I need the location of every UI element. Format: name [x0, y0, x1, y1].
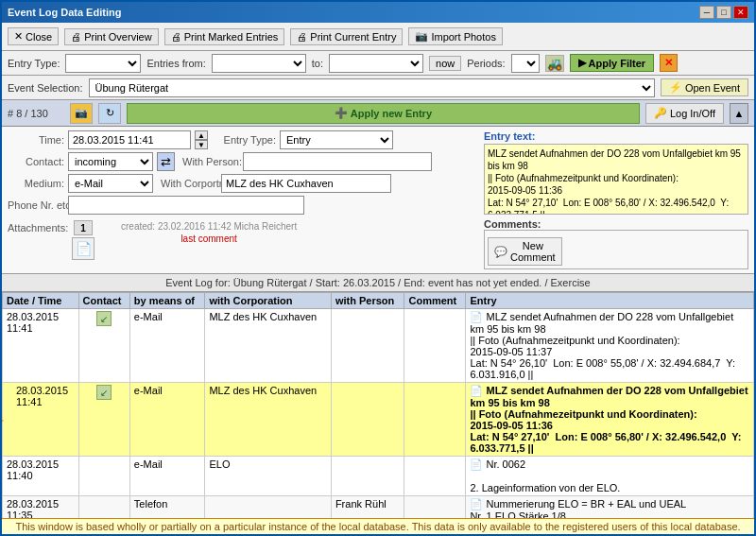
apply-filter-button[interactable]: ▶ Apply Filter: [570, 54, 655, 72]
table-row[interactable]: 28.03.2015 11:41↙e-MailMLZ des HK Cuxhav…: [3, 309, 754, 383]
clear-icon: ✕: [664, 57, 673, 68]
comments-section: Comments: 💬 New Comment: [484, 218, 748, 269]
open-event-button[interactable]: ⚡ Open Event: [661, 78, 748, 96]
apply-new-entry-button[interactable]: ➕ Apply new Entry: [127, 103, 640, 124]
table-row[interactable]: 28.03.2015 11:40e-MailELO📄 Nr. 0062 2. L…: [3, 457, 754, 496]
contact-incoming-icon[interactable]: ↙: [96, 311, 112, 326]
close-icon: ✕: [14, 30, 23, 43]
cell-person: [331, 457, 404, 496]
entry-counter: # 8 / 130: [8, 108, 64, 119]
cell-comment: [404, 457, 466, 496]
plus-icon: ➕: [335, 107, 348, 119]
time-row: Time: ▲ ▼ Entry Type: Entry: [8, 130, 476, 149]
cell-means: e-Mail: [129, 383, 205, 457]
cell-person: [331, 309, 404, 383]
entry-text-display: MLZ sendet Aufnahmen der DO 228 vom Unfa…: [484, 144, 748, 215]
cell-entry: 📄 Nummerierung ELO = BR + EAL und UEAL N…: [466, 496, 754, 519]
table-row[interactable]: 28.03.2015 11:35TelefonFrank Rühl📄 Numme…: [3, 496, 754, 519]
with-person-label: With Person:: [182, 156, 239, 167]
entry-type-form-label: Entry Type:: [219, 134, 276, 146]
entry-type-form-select[interactable]: Entry: [280, 130, 393, 149]
time-input[interactable]: [68, 130, 191, 149]
cell-contact: ↙: [78, 383, 129, 457]
time-down-button[interactable]: ▼: [195, 140, 208, 149]
maximize-button[interactable]: □: [716, 6, 731, 19]
import-photos-button[interactable]: 📷 Import Photos: [408, 27, 502, 45]
print-marked-button[interactable]: 🖨 Print Marked Entries: [164, 28, 285, 45]
now-button[interactable]: now: [429, 56, 461, 71]
event-selection-select[interactable]: Übung Rütergat: [89, 78, 655, 97]
print-current-button[interactable]: 🖨 Print Current Entry: [290, 28, 403, 45]
close-window-button[interactable]: ✕: [733, 6, 748, 19]
print-icon: 🖨: [71, 31, 81, 43]
table-row[interactable]: ▶28.03.201511:41↙e-MailMLZ des HK Cuxhav…: [3, 383, 754, 457]
log-header: Event Log for: Übung Rütergat / Start: 2…: [2, 274, 754, 292]
contact-select[interactable]: incoming: [68, 152, 153, 171]
expand-button[interactable]: ▲: [730, 103, 748, 124]
cell-means: e-Mail: [129, 457, 205, 496]
form-right-panel: Entry text: MLZ sendet Aufnahmen der DO …: [484, 130, 748, 269]
cell-comment: [404, 383, 466, 457]
with-person-input[interactable]: [243, 152, 432, 171]
cell-datetime: ▶28.03.201511:41: [3, 383, 79, 457]
prev-entry-button[interactable]: 📷: [70, 103, 93, 124]
col-datetime: Date / Time: [3, 293, 79, 309]
print-overview-button[interactable]: 🖨 Print Overview: [64, 28, 159, 45]
main-window: Event Log Data Editing ─ □ ✕ ✕ Close 🖨 P…: [0, 0, 756, 536]
phone-input[interactable]: [68, 196, 304, 215]
cell-means: e-Mail: [129, 309, 205, 383]
time-up-button[interactable]: ▲: [195, 130, 208, 140]
entries-from-label: Entries from:: [146, 58, 205, 69]
col-means: by means of: [129, 293, 205, 309]
print-marked-icon: 🖨: [171, 31, 181, 43]
medium-select[interactable]: e-Mail: [68, 174, 153, 193]
cell-corporation: ELO: [205, 457, 331, 496]
title-bar: Event Log Data Editing ─ □ ✕: [2, 2, 754, 23]
with-corp-input[interactable]: [221, 174, 391, 193]
status-bar: This window is based wholly or partially…: [2, 518, 754, 534]
entry-type-filter-select[interactable]: [65, 54, 141, 73]
comment-icon: 💬: [494, 246, 507, 258]
attachment-icon[interactable]: 📄: [72, 237, 94, 260]
entry-navigation: # 8 / 130 📷 ↻ ➕ Apply new Entry 🔑 Log In…: [2, 100, 754, 127]
col-corporation: with Corporation: [205, 293, 331, 309]
refresh-button[interactable]: ↻: [98, 103, 121, 124]
periods-select[interactable]: [511, 54, 540, 73]
comments-label: Comments:: [484, 218, 748, 230]
col-entry: Entry: [466, 293, 754, 309]
close-button[interactable]: ✕ Close: [8, 27, 59, 45]
attachments-label: Attachments:: [8, 220, 64, 233]
table-header-row: Date / Time Contact by means of with Cor…: [3, 293, 754, 309]
cell-comment: [404, 309, 466, 383]
minimize-button[interactable]: ─: [699, 6, 714, 19]
cell-contact: [78, 457, 129, 496]
log-table-container[interactable]: Date / Time Contact by means of with Cor…: [2, 292, 754, 518]
swap-contact-button[interactable]: ⇄: [157, 152, 175, 171]
cell-corporation: [205, 496, 331, 519]
clear-filter-button[interactable]: ✕: [660, 54, 678, 72]
entry-doc-icon: 📄: [470, 498, 486, 510]
cell-comment: [404, 496, 466, 519]
new-comment-button[interactable]: 💬 New Comment: [488, 237, 562, 266]
filter-icon: ▶: [578, 57, 586, 69]
cell-person: Frank Rühl: [331, 496, 404, 519]
login-icon: 🔑: [654, 107, 667, 119]
to-label: to:: [312, 58, 323, 69]
cell-entry: 📄 MLZ sendet Aufnahmen der DO 228 vom Un…: [466, 309, 754, 383]
time-label: Time:: [8, 134, 64, 146]
window-title: Event Log Data Editing: [8, 7, 121, 18]
medium-label: Medium:: [8, 178, 64, 189]
cell-means: Telefon: [129, 496, 205, 519]
tractor-icon: 🚜: [545, 55, 564, 72]
event-selection-label: Event Selection:: [8, 82, 83, 94]
entry-form: Time: ▲ ▼ Entry Type: Entry Contact: inc…: [2, 127, 754, 274]
col-contact: Contact: [78, 293, 129, 309]
login-button[interactable]: 🔑 Log In/Off: [645, 103, 724, 124]
entry-text-label: Entry text:: [484, 130, 748, 142]
event-selection-row: Event Selection: Übung Rütergat ⚡ Open E…: [2, 76, 754, 100]
entries-from-select[interactable]: [212, 54, 306, 73]
entries-to-select[interactable]: [329, 54, 423, 73]
contact-incoming-icon[interactable]: ↙: [96, 385, 112, 400]
filter-row: Entry Type: Entries from: to: now Period…: [2, 51, 754, 76]
cell-datetime: 28.03.2015 11:41: [3, 309, 79, 383]
